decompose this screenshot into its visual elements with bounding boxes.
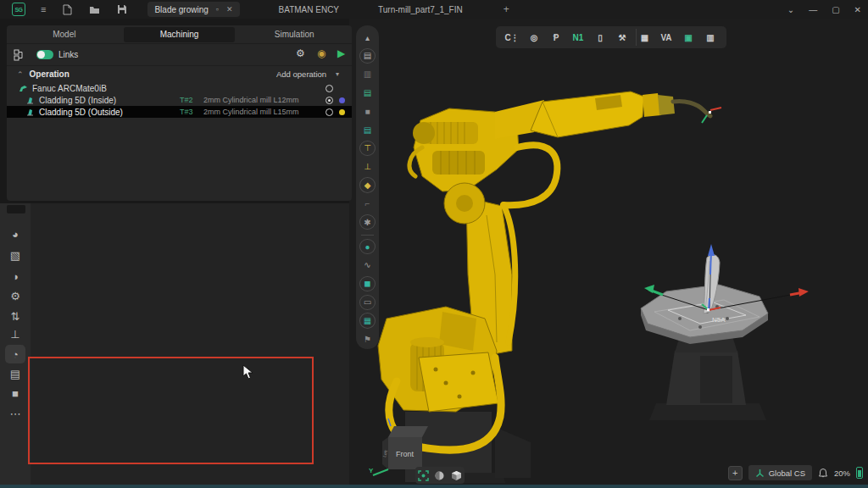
window-maximize-icon[interactable]: ▢ xyxy=(832,5,839,14)
record-icon[interactable]: ◉ xyxy=(317,47,326,59)
tab-close-icon[interactable]: ✕ xyxy=(226,5,233,14)
curve-icon[interactable]: ∿ xyxy=(359,257,376,274)
magnet-tool-icon[interactable]: C⋮ xyxy=(504,29,520,46)
collapse-up-icon[interactable]: ▴ xyxy=(359,29,376,46)
panel-tool-icon[interactable]: ▯ xyxy=(592,29,609,46)
tool-description: 2mm Cylindrical mill L15mm xyxy=(203,108,299,116)
tool-description: 2mm Cylindrical mill L12mm xyxy=(203,96,299,104)
tab-machining[interactable]: Machining xyxy=(124,27,236,42)
open-folder-icon[interactable] xyxy=(89,5,100,14)
machine-teal-icon[interactable]: ▤ xyxy=(359,121,376,138)
mesh-icon[interactable]: ▦ xyxy=(359,313,376,328)
model-side-toolbar: ▴▤▥▤■▤⊤⊥◆⌐✱●∿◼▭▦⚑ xyxy=(356,25,379,349)
window-minimize-icon[interactable]: — xyxy=(809,5,817,14)
color-dot[interactable] xyxy=(339,109,345,115)
shading-sphere-icon[interactable] xyxy=(434,470,445,481)
operation-name: Cladding 5D (Inside) xyxy=(39,96,116,105)
machine-dim-icon[interactable]: ▥ xyxy=(359,66,376,83)
nc-program-icon[interactable]: N1 xyxy=(570,29,587,46)
cs-label: N5A xyxy=(712,316,726,324)
tab-simulation[interactable]: Simulation xyxy=(238,27,350,42)
main-menu-icon[interactable]: ≡ xyxy=(41,0,46,19)
3d-scene[interactable]: N5A Front Left X Y xyxy=(368,20,868,483)
gauge-tool-icon[interactable]: ◎ xyxy=(526,29,542,46)
view-tools xyxy=(415,467,465,484)
parameter-page-icon-7[interactable]: ▤ xyxy=(5,364,25,383)
tool-screw-icon[interactable]: ⊥ xyxy=(359,158,376,175)
radio-button-selected[interactable] xyxy=(326,97,333,104)
parameter-page-icon-2[interactable]: ◑ xyxy=(5,267,25,286)
parameter-page-icon-4[interactable]: ⇅ xyxy=(5,307,25,325)
fixture-icon[interactable]: ⌐ xyxy=(359,195,376,212)
save-icon[interactable] xyxy=(117,4,127,14)
window-close-icon[interactable]: ✕ xyxy=(854,5,861,14)
parameter-page-icon-0[interactable]: ◕ xyxy=(5,225,25,243)
bottom-edge-strip xyxy=(0,485,868,488)
statistics-icon[interactable]: ▥ xyxy=(702,29,719,46)
links-toggle[interactable] xyxy=(36,50,53,59)
robot-icon xyxy=(19,84,28,92)
document-tab-active[interactable]: Blade growing ▫ ✕ xyxy=(147,2,239,17)
tree-row-cladding-outside-selected[interactable]: Cladding 5D (Outside) T#3 2mm Cylindrica… xyxy=(7,106,352,118)
collapse-chevron-icon[interactable]: ⌃ xyxy=(17,70,24,79)
sheet-icon[interactable]: ▭ xyxy=(359,295,376,310)
workpiece-icon[interactable]: ■ xyxy=(359,103,376,119)
tree-row-robot[interactable]: Fanuc ARCMate0iB xyxy=(7,82,352,94)
parameter-pages-strip: ◕▧◑⚙⇅⊥◔▤■⋯ xyxy=(0,203,31,485)
surface-icon[interactable]: ◼ xyxy=(359,276,376,291)
flag-icon[interactable]: ⚑ xyxy=(359,330,376,347)
parameter-page-icon-1[interactable]: ▧ xyxy=(5,246,25,264)
new-file-icon[interactable] xyxy=(63,4,72,15)
tool-holder-icon[interactable]: ⊤ xyxy=(359,141,376,156)
links-row: Links ⚙ ◉ ▶ xyxy=(7,44,352,66)
status-bar: + Global CS 20% xyxy=(728,465,863,480)
add-cs-button[interactable]: + xyxy=(728,466,743,480)
hierarchy-icon[interactable] xyxy=(14,49,26,61)
add-operation-button[interactable]: Add operation xyxy=(276,69,326,79)
mouse-cursor xyxy=(242,364,254,380)
operation-settings-icon[interactable]: ⚙ xyxy=(296,47,305,59)
operation-name: Fanuc ARCMate0iB xyxy=(32,84,107,93)
calculator-icon[interactable]: ▦ xyxy=(636,29,653,46)
color-dot[interactable] xyxy=(339,97,345,103)
tool-assembly-icon[interactable]: ◆ xyxy=(359,177,376,192)
point-icon[interactable]: ● xyxy=(359,239,376,254)
tab-restore-icon[interactable]: ▫ xyxy=(216,5,219,14)
document-tab[interactable]: Turn-mill_part7_1_FIN xyxy=(378,5,463,14)
machine-setup-icon[interactable]: ▤ xyxy=(359,48,376,64)
view-cube-icon[interactable] xyxy=(451,470,462,481)
global-cs-button[interactable]: Global CS xyxy=(748,465,812,480)
cs-triad-icon xyxy=(755,469,765,478)
fit-view-icon[interactable] xyxy=(418,470,429,481)
add-operation-chevron-icon[interactable]: ▾ xyxy=(336,70,339,78)
operation-section-header: ⌃ Operation Add operation ▾ xyxy=(7,66,352,82)
links-label: Links xyxy=(58,50,78,59)
global-cs-label: Global CS xyxy=(769,469,805,478)
tree-row-cladding-inside[interactable]: Cladding 5D (Inside) T#2 2mm Cylindrical… xyxy=(7,94,352,106)
tool-number: T#3 xyxy=(180,108,193,116)
svg-text:Front: Front xyxy=(396,450,415,458)
panel-tab-bar: Model Machining Simulation xyxy=(7,25,352,44)
parameter-page-icon-6[interactable]: ◔ xyxy=(5,345,25,363)
operation-name: Cladding 5D (Outside) xyxy=(39,108,123,117)
parameter-page-icon-5[interactable]: ⊥ xyxy=(5,324,25,343)
parameter-page-icon-9[interactable]: ⋯ xyxy=(5,404,25,423)
parameter-page-icon-8[interactable]: ■ xyxy=(5,384,25,402)
window-collapse-icon[interactable]: ⌄ xyxy=(787,5,794,14)
origin-icon[interactable]: ✱ xyxy=(359,214,376,230)
title-bar: SG ≡ Blade growing ▫ ✕ BATMAN ENCY Turn-… xyxy=(0,0,868,19)
viewport-toolbar: C⋮ ◎ Ᵽ N1 ▯ ⚒ ▦ VA ▣ ▥ xyxy=(496,26,726,48)
document-tab[interactable]: BATMAN ENCY xyxy=(279,5,340,14)
run-simulation-icon[interactable]: ▶ xyxy=(337,47,345,59)
variables-icon[interactable]: VA xyxy=(658,29,675,46)
probe-tool-icon[interactable]: Ᵽ xyxy=(548,29,565,46)
notifications-bell-icon[interactable] xyxy=(818,468,828,479)
parameter-page-icon-3[interactable]: ⚙ xyxy=(5,286,25,305)
radio-button[interactable] xyxy=(326,108,333,116)
radio-button[interactable] xyxy=(326,85,333,92)
tools-icon[interactable]: ⚒ xyxy=(614,29,631,46)
new-tab-button[interactable]: + xyxy=(504,3,509,15)
tab-model[interactable]: Model xyxy=(8,27,120,42)
machine-green-icon[interactable]: ▤ xyxy=(359,84,376,101)
machine-view-icon[interactable]: ▣ xyxy=(680,29,697,46)
